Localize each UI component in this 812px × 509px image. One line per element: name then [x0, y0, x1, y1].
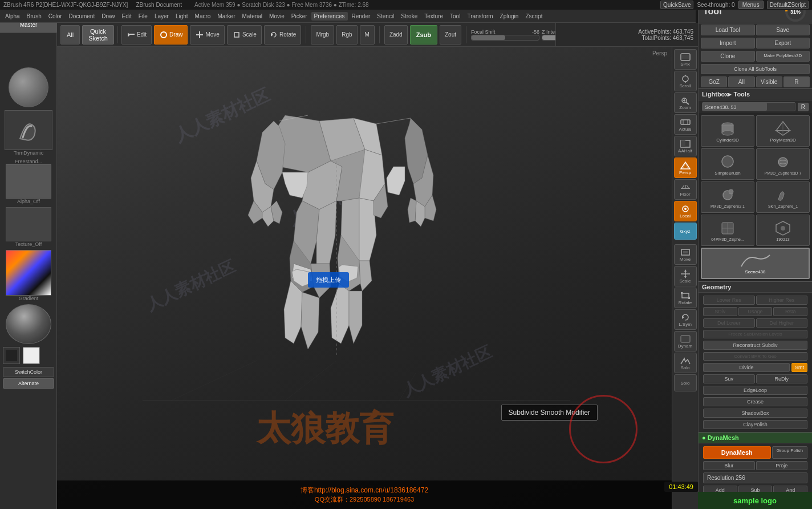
persp-btn[interactable]: Persp — [674, 157, 697, 178]
menu-alpha[interactable]: Alpha — [2, 12, 23, 21]
tool-scene438[interactable]: Scene438 — [701, 248, 810, 279]
menu-stencil[interactable]: Stencil — [374, 12, 397, 21]
lightbox-btn[interactable]: All — [60, 25, 80, 45]
color-swatch[interactable] — [6, 250, 51, 296]
dynamesh-section-header[interactable]: ● DynaMesh — [699, 432, 812, 443]
menu-zplugin[interactable]: Zplugin — [497, 12, 522, 21]
clone-all-btn[interactable]: Clone All SubTools — [701, 64, 810, 74]
menu-file[interactable]: File — [136, 12, 151, 21]
switch-color-preview-dark[interactable] — [3, 347, 20, 364]
all-btn[interactable]: All — [728, 76, 754, 87]
menu-brush[interactable]: Brush — [24, 12, 44, 21]
reply-btn[interactable]: ReDly — [756, 374, 808, 383]
matcap-swatch[interactable] — [6, 304, 51, 344]
transp-btn[interactable]: Dynam — [674, 331, 697, 352]
convert-bpr-btn[interactable]: Convert BPR To Geo — [703, 352, 807, 361]
move-btn[interactable]: Move — [190, 25, 224, 45]
r2-btn[interactable]: R — [798, 103, 809, 111]
rotate-btn[interactable]: Rotate — [264, 25, 301, 45]
menu-preferences[interactable]: Preferences — [311, 12, 348, 21]
menu-stroke[interactable]: Stroke — [398, 12, 420, 21]
brush-icon-box[interactable] — [5, 110, 52, 150]
rgb-btn[interactable]: Rgb — [336, 25, 357, 45]
higher-res-btn[interactable]: Higher Res — [756, 296, 808, 305]
menu-movie[interactable]: Movie — [266, 12, 287, 21]
blur-btn[interactable]: Blur — [703, 461, 755, 470]
mid-move-btn[interactable]: Scale — [674, 266, 697, 286]
aahalf-btn[interactable]: AAHalf — [674, 136, 697, 156]
menu-transform[interactable]: Transform — [464, 12, 496, 21]
upload-overlay[interactable]: 拖拽上传 — [308, 272, 349, 288]
del-higher-btn[interactable]: Del Higher — [756, 318, 808, 328]
lightbox-tools-header[interactable]: Lightbox▸ Tools — [699, 88, 812, 100]
solo-btn[interactable]: Solo — [674, 374, 697, 391]
menu-layer[interactable]: Layer — [152, 12, 172, 21]
reconstruct-subdiv-btn[interactable]: Reconstruct Subdiv — [703, 341, 807, 350]
menu-edit[interactable]: Edit — [119, 12, 135, 21]
tool-polymesh3d[interactable]: PolyMesh3D — [756, 115, 810, 147]
scroll-btn[interactable]: Scroll — [674, 71, 697, 91]
proj-btn[interactable]: Proje — [756, 461, 808, 470]
rsta-display[interactable]: Rsta — [773, 307, 807, 316]
divide-btn[interactable]: Divide — [703, 363, 790, 372]
menu-render[interactable]: Render — [349, 12, 373, 21]
make-polymesh-btn[interactable]: Make PolyMesh3D — [756, 51, 810, 62]
mid-scale-btn[interactable]: Rotate — [674, 288, 697, 308]
claypolish-btn[interactable]: ClayPolish — [703, 420, 807, 429]
edit-btn[interactable]: Edit — [121, 25, 152, 45]
dynam-btn[interactable]: Solo — [674, 353, 697, 373]
tool-pm3d-zsphere2[interactable]: PM3D_ZSphere2 1 — [701, 181, 754, 213]
floor-btn[interactable]: Floor — [674, 179, 697, 200]
visible-btn[interactable]: Visible — [756, 76, 782, 87]
default-script-btn[interactable]: DefaultZScript — [767, 1, 809, 9]
menus-btn[interactable]: Menus — [738, 1, 764, 9]
quick-save-btn[interactable]: QuickSave — [660, 1, 693, 9]
menu-picker[interactable]: Picker — [289, 12, 310, 21]
lower-res-btn[interactable]: Lower Res — [703, 296, 755, 305]
geometry-section-header[interactable]: Geometry — [699, 281, 812, 293]
freeze-subdiv-btn[interactable]: Freeze SubDivision Levels — [703, 330, 807, 338]
gxyz-btn[interactable]: Gxyz — [674, 223, 697, 240]
usage-display[interactable]: Usage — [738, 307, 773, 316]
shadowbox-btn[interactable]: ShadowBox — [703, 409, 807, 418]
frame-btn[interactable]: Move — [674, 244, 697, 265]
menu-document[interactable]: Document — [66, 12, 98, 21]
resolution-display[interactable]: Resolution 256 — [703, 472, 807, 483]
save-btn[interactable]: Save — [756, 25, 810, 35]
tool-04pm3d[interactable]: 04PM3D_ZSphe... — [701, 215, 754, 246]
suv-btn[interactable]: Suv — [703, 374, 755, 383]
spix-btn[interactable]: SPix — [674, 49, 697, 70]
edgeloop-btn[interactable]: EdgeLoop — [703, 386, 807, 395]
scale-btn[interactable]: Scale — [227, 25, 262, 45]
zsub-btn[interactable]: Zsub — [410, 25, 437, 45]
goz-btn[interactable]: GoZ — [701, 76, 727, 87]
menu-texture[interactable]: Texture — [421, 12, 446, 21]
alpha-sphere[interactable] — [9, 67, 48, 107]
menu-zscript[interactable]: Zscript — [522, 12, 545, 21]
switch-color-preview-light[interactable] — [23, 347, 40, 364]
menu-draw[interactable]: Draw — [99, 12, 117, 21]
zoom-btn[interactable]: Zoom — [674, 92, 697, 113]
scene-slider[interactable]: Scene438. 53 — [702, 102, 795, 111]
tool-simplebrush[interactable]: SimpleBrush — [701, 148, 754, 180]
zadd-btn[interactable]: Zadd — [384, 25, 408, 45]
switch-color-btn[interactable]: SwitchColor — [3, 367, 54, 377]
load-tool-btn[interactable]: Load Tool — [701, 25, 755, 35]
r-btn[interactable]: R — [783, 76, 810, 87]
mid-rotate-btn[interactable]: L.Sym — [674, 309, 697, 330]
tool-skin-zsphere[interactable]: Skin_ZSphere_1 — [756, 181, 810, 213]
local-btn[interactable]: Local — [674, 201, 697, 221]
menu-color[interactable]: Color — [46, 12, 65, 21]
tool-pm3d-zsphere3d[interactable]: PM3D_ZSphere3D 7 — [756, 148, 810, 180]
menu-marker[interactable]: Marker — [214, 12, 238, 21]
dynamesh-btn[interactable]: DynaMesh — [703, 446, 771, 459]
clone-btn[interactable]: Clone — [701, 51, 755, 62]
alpha-off-swatch[interactable] — [6, 164, 51, 199]
sdiv-display[interactable]: SDiv — [703, 307, 737, 316]
quick-sketch-btn[interactable]: Quick Sketch — [82, 25, 114, 45]
menu-macro[interactable]: Macro — [192, 12, 214, 21]
actual-btn[interactable]: Actual — [674, 114, 697, 135]
menu-material[interactable]: Material — [239, 12, 266, 21]
menu-tool[interactable]: Tool — [447, 12, 463, 21]
import-btn[interactable]: Import — [701, 38, 755, 49]
